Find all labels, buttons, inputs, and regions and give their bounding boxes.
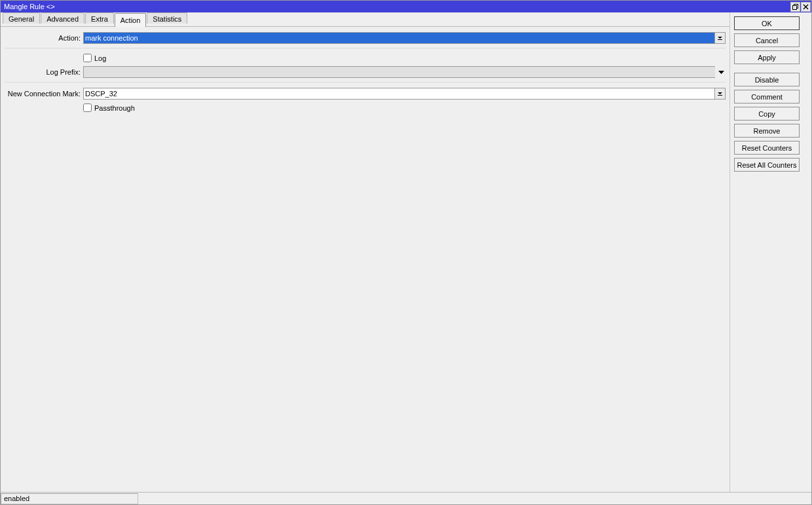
- cancel-button[interactable]: Cancel: [734, 33, 800, 47]
- chevron-down-icon: [718, 69, 724, 75]
- comment-button[interactable]: Comment: [734, 90, 800, 103]
- title-bar[interactable]: Mangle Rule <>: [1, 1, 811, 12]
- svg-marker-6: [718, 71, 724, 74]
- log-prefix-combo[interactable]: [83, 66, 715, 78]
- tab-strip: General Advanced Extra Action Statistics: [1, 12, 729, 27]
- form-area: Action:: [1, 27, 729, 492]
- row-action: Action:: [5, 32, 726, 44]
- tab-advanced[interactable]: Advanced: [41, 12, 84, 24]
- passthrough-label: Passthrough: [94, 104, 135, 112]
- log-label: Log: [94, 54, 106, 62]
- status-text: enabled: [1, 493, 138, 504]
- row-new-connection-mark: New Connection Mark:: [5, 88, 726, 100]
- action-dropdown-button[interactable]: [714, 32, 726, 44]
- select-dropdown-icon: [717, 91, 723, 97]
- tab-extra[interactable]: Extra: [85, 12, 114, 24]
- log-prefix-label: Log Prefix:: [5, 68, 83, 76]
- remove-button[interactable]: Remove: [734, 124, 800, 138]
- separator-2: [5, 82, 726, 83]
- restore-button[interactable]: [790, 2, 800, 12]
- reset-all-counters-button[interactable]: Reset All Counters: [734, 158, 800, 172]
- svg-marker-4: [718, 37, 722, 39]
- content-column: General Advanced Extra Action Statistics…: [1, 12, 730, 492]
- row-log-prefix: Log Prefix:: [5, 66, 726, 78]
- log-prefix-input[interactable]: [83, 66, 715, 78]
- action-combo[interactable]: [83, 32, 726, 44]
- body-area: General Advanced Extra Action Statistics…: [1, 12, 811, 492]
- svg-rect-1: [793, 5, 797, 9]
- titlebar-buttons: [790, 2, 811, 12]
- log-checkbox[interactable]: [83, 54, 92, 62]
- tab-statistics[interactable]: Statistics: [147, 12, 187, 24]
- new-connection-mark-dropdown-button[interactable]: [714, 88, 726, 100]
- disable-button[interactable]: Disable: [734, 73, 800, 86]
- status-bar: enabled: [1, 492, 811, 504]
- row-log: Log: [5, 54, 726, 62]
- close-button[interactable]: [801, 2, 811, 12]
- window-title: Mangle Rule <>: [4, 3, 55, 10]
- row-passthrough: Passthrough: [5, 103, 726, 112]
- copy-button[interactable]: Copy: [734, 107, 800, 121]
- buttons-column: OK Cancel Apply Disable Comment Copy Rem…: [730, 12, 811, 492]
- separator-1: [5, 48, 726, 48]
- apply-button[interactable]: Apply: [734, 50, 800, 64]
- restore-icon: [792, 4, 798, 10]
- mangle-rule-window: Mangle Rule <> General Advanced: [0, 0, 812, 505]
- tab-general[interactable]: General: [3, 12, 40, 24]
- new-connection-mark-combo[interactable]: [83, 88, 726, 100]
- ok-button[interactable]: OK: [734, 16, 800, 30]
- log-prefix-expand-button[interactable]: [716, 66, 726, 78]
- new-connection-mark-input[interactable]: [83, 88, 714, 100]
- passthrough-checkbox[interactable]: [83, 103, 92, 112]
- new-connection-mark-label: New Connection Mark:: [5, 90, 83, 98]
- action-input[interactable]: [83, 32, 714, 44]
- svg-marker-7: [718, 92, 722, 94]
- reset-counters-button[interactable]: Reset Counters: [734, 141, 800, 155]
- tab-action[interactable]: Action: [115, 13, 147, 27]
- select-dropdown-icon: [717, 35, 723, 41]
- close-icon: [803, 4, 809, 10]
- action-label: Action:: [5, 34, 83, 42]
